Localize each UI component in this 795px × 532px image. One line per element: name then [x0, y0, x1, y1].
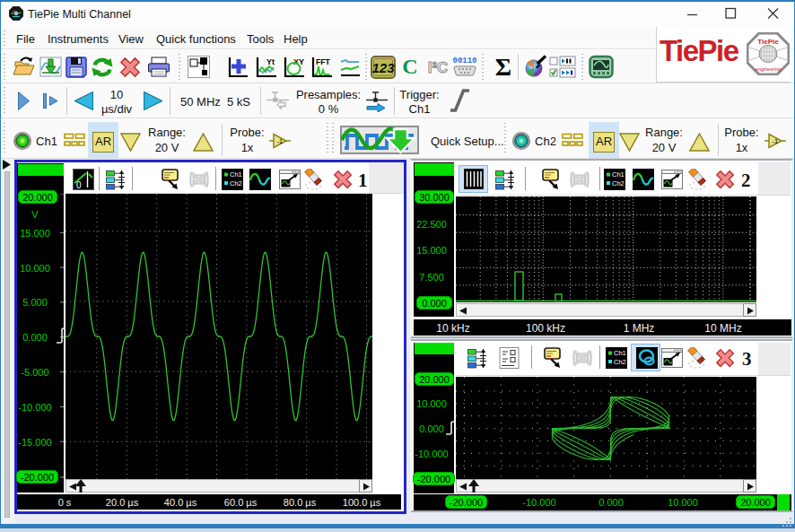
- svg-text:Ch1: Ch1: [612, 170, 625, 179]
- svg-text:Ch1: Ch1: [230, 170, 242, 179]
- svg-text:Yt: Yt: [266, 57, 275, 66]
- svg-text:Ch1: Ch1: [614, 349, 626, 357]
- svg-text:engineering: engineering: [756, 66, 782, 72]
- svg-text:I²C: I²C: [428, 59, 449, 76]
- svg-text:Ch2: Ch2: [612, 179, 625, 188]
- svg-text:TiePie: TiePie: [757, 38, 779, 46]
- svg-text:Ch2: Ch2: [614, 358, 626, 366]
- svg-text:Ch2: Ch2: [230, 179, 242, 188]
- svg-text:FFT: FFT: [316, 57, 330, 66]
- svg-text:C: C: [402, 55, 417, 78]
- svg-text:00110: 00110: [453, 57, 476, 65]
- svg-text:123: 123: [371, 60, 395, 75]
- svg-text:Σ: Σ: [495, 54, 511, 79]
- svg-text:-1: -1: [773, 137, 779, 145]
- svg-text:-1: -1: [277, 137, 284, 145]
- svg-text:0: 0: [76, 180, 82, 190]
